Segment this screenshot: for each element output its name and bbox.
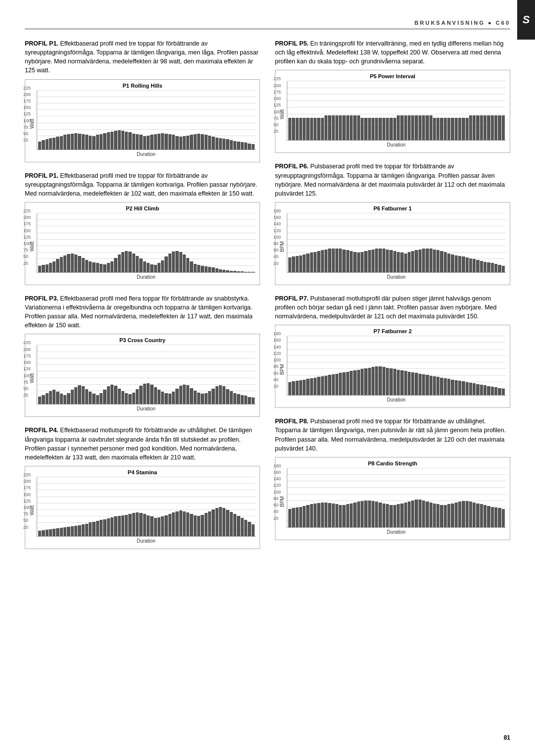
chart-container: P4 Stamina Watt 225 200 175 150 125 100 …	[25, 466, 260, 549]
chart-grid: 180 160 140 120 100 80 60 40 20	[287, 336, 506, 396]
chart-area: Watt 225 200 175 150 125 100 75 50 25	[29, 345, 256, 411]
chart-title: P6 Fatburner 1	[279, 205, 506, 211]
chart-inner: 180 160 140 120 100 80 60 40 20 Duration	[287, 468, 506, 535]
chart-container: P6 Fatburner 1 BPM 180 160 140 120 100 8…	[275, 202, 510, 285]
section-bold: PROFIL P1.	[25, 172, 58, 179]
chart-title: P7 Fatburner 2	[279, 328, 506, 334]
section-p6_fatburner1: PROFIL P6. Pulsbaserad profil med tre to…	[275, 162, 510, 285]
section-p3_cross: PROFIL P3. Effektbaserad profil med fler…	[25, 294, 260, 417]
section-text: PROFIL P3. Effektbaserad profil med fler…	[25, 294, 260, 330]
chart-grid: 225 200 175 150 125 100 75 50 25	[37, 477, 256, 537]
section-text: PROFIL P4. Effektbaserad motlutsprofil f…	[25, 426, 260, 462]
section-p7_fatburner2: PROFIL P7. Pulsbaserad motlutsprofil där…	[275, 294, 510, 408]
section-bold: PROFIL P7.	[275, 295, 309, 302]
x-axis-label: Duration	[37, 274, 256, 280]
chart-area: BPM 180 160 140 120 100 80 60 40 20	[279, 213, 506, 280]
x-axis-label: Duration	[287, 142, 506, 148]
chart-inner: 180 160 140 120 100 80 60 40 20 Duration	[287, 213, 506, 280]
section-p5_power: PROFIL P5. En träningsprofil för interva…	[275, 39, 510, 153]
x-axis-label: Duration	[287, 529, 506, 535]
chart-grid: 180 160 140 120 100 80 60 40 20	[287, 468, 506, 528]
section-bold: PROFIL P4.	[25, 427, 58, 434]
bars-area	[37, 213, 256, 272]
x-axis-label: Duration	[37, 406, 256, 411]
chart-container: P7 Fatburner 2 BPM 180 160 140 120 100 8…	[275, 325, 510, 408]
page-number: 81	[504, 734, 510, 741]
chart-container: P8 Cardio Strength BPM 180 160 140 120 1…	[275, 457, 510, 540]
section-bold: PROFIL P1.	[25, 40, 58, 47]
chart-inner: 225 200 175 150 125 100 75 50 25 Duratio…	[287, 81, 506, 148]
chart-container: P1 Rolling Hills Watt 225 200 175 150 12…	[25, 79, 260, 162]
chart-inner: 180 160 140 120 100 80 60 40 20 Duration	[287, 336, 506, 403]
chart-grid: 225 200 175 150 125 100 75 50 25	[37, 345, 256, 404]
main-content: PROFIL P1. Effektbaserad profil med tre …	[25, 39, 510, 558]
bars-area	[37, 91, 256, 150]
chart-area: Watt 225 200 175 150 125 100 75 50 25	[279, 81, 506, 148]
section-bold: PROFIL P6.	[275, 163, 309, 170]
left-column: PROFIL P1. Effektbaserad profil med tre …	[25, 39, 260, 558]
section-text: PROFIL P1. Effektbaserad profil med tre …	[25, 171, 260, 198]
x-axis-label: Duration	[287, 274, 506, 280]
chart-container: P5 Power Interval Watt 225 200 175 150 1…	[275, 70, 510, 153]
bars-area	[37, 345, 256, 404]
chart-title: P3 Cross Country	[29, 337, 256, 343]
section-text: PROFIL P1. Effektbaserad profil med tre …	[25, 39, 260, 75]
bars-area	[287, 81, 506, 140]
section-p4_stamina: PROFIL P4. Effektbaserad motlutsprofil f…	[25, 426, 260, 549]
chart-inner: 225 200 175 150 125 100 75 50 25 Duratio…	[37, 213, 256, 280]
chart-container: P3 Cross Country Watt 225 200 175 150 12…	[25, 334, 260, 417]
chart-title: P8 Cardio Strength	[279, 460, 506, 466]
chart-area: BPM 180 160 140 120 100 80 60 40 20	[279, 468, 506, 535]
bars-area	[287, 213, 506, 272]
chart-title: P1 Rolling Hills	[29, 83, 256, 89]
chart-inner: 225 200 175 150 125 100 75 50 25 Duratio…	[37, 345, 256, 411]
bars-area	[287, 468, 506, 527]
section-text: PROFIL P5. En träningsprofil för interva…	[275, 39, 510, 66]
chart-area: Watt 225 200 175 150 125 100 75 50 25	[29, 91, 256, 157]
bars-area	[37, 477, 256, 536]
section-text: PROFIL P6. Pulsbaserad profil med tre to…	[275, 162, 510, 198]
chart-grid: 225 200 175 150 125 100 75 50 25	[37, 213, 256, 273]
section-p1_rolling: PROFIL P1. Effektbaserad profil med tre …	[25, 39, 260, 162]
chart-area: BPM 180 160 140 120 100 80 60 40 20	[279, 336, 506, 403]
chart-inner: 225 200 175 150 125 100 75 50 25 Duratio…	[37, 477, 256, 544]
chart-grid: 180 160 140 120 100 80 60 40 20	[287, 213, 506, 273]
section-bold: PROFIL P8.	[275, 418, 309, 425]
page-header: BRUKSANVISNING ● C60	[25, 20, 510, 29]
x-axis-label: Duration	[287, 397, 506, 403]
section-text: PROFIL P8. Pulsbaserad profil med tre to…	[275, 417, 510, 453]
chart-container: P2 Hill Climb Watt 225 200 175 150 125 1…	[25, 202, 260, 285]
x-axis-label: Duration	[37, 538, 256, 544]
section-bold: PROFIL P5.	[275, 40, 309, 47]
chart-area: Watt 225 200 175 150 125 100 75 50 25	[29, 213, 256, 280]
section-bold: PROFIL P3.	[25, 295, 58, 302]
chart-title: P2 Hill Climb	[29, 205, 256, 211]
chart-area: Watt 225 200 175 150 125 100 75 50 25	[29, 477, 256, 544]
chart-title: P4 Stamina	[29, 469, 256, 475]
right-column: PROFIL P5. En träningsprofil för interva…	[275, 39, 510, 558]
section-p8_cardio: PROFIL P8. Pulsbaserad profil med tre to…	[275, 417, 510, 540]
x-axis-label: Duration	[37, 151, 256, 157]
page: BRUKSANVISNING ● C60 PROFIL P1. Effektba…	[0, 0, 535, 756]
chart-grid: 225 200 175 150 125 100 75 50 25	[37, 91, 256, 150]
bars-area	[287, 336, 506, 395]
section-text: PROFIL P7. Pulsbaserad motlutsprofil där…	[275, 294, 510, 321]
chart-grid: 225 200 175 150 125 100 75 50 25	[287, 81, 506, 141]
header-title: BRUKSANVISNING ● C60	[415, 20, 510, 26]
chart-inner: 225 200 175 150 125 100 75 50 25 Duratio…	[37, 91, 256, 157]
section-p1_hill: PROFIL P1. Effektbaserad profil med tre …	[25, 171, 260, 285]
chart-title: P5 Power Interval	[279, 73, 506, 79]
